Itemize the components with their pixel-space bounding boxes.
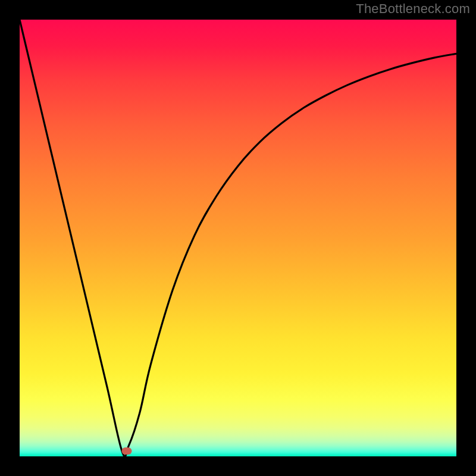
plot-area [20,20,456,456]
bottleneck-curve-path [20,20,456,456]
curve-svg [20,20,456,456]
optimal-point-marker [121,447,131,455]
chart-frame: TheBottleneck.com [0,0,476,476]
watermark-text: TheBottleneck.com [356,1,470,17]
